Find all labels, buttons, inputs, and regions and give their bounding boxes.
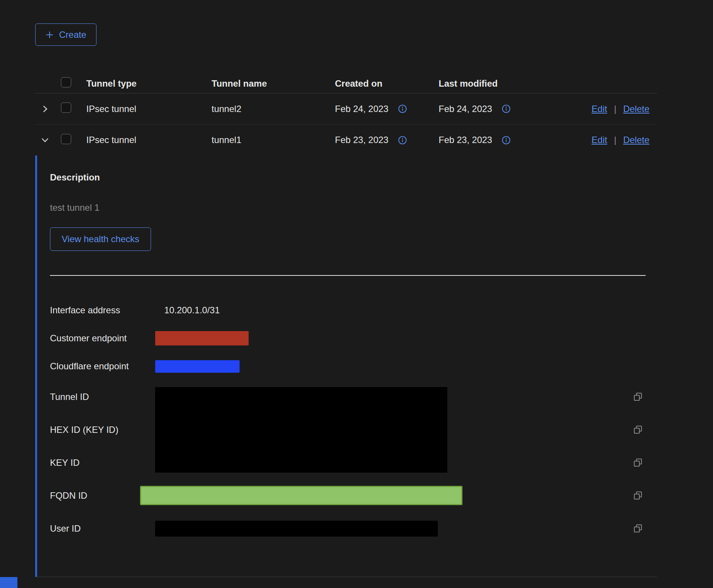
edit-link[interactable]: Edit [592, 135, 607, 145]
tunnel-ids-group: Tunnel ID HEX ID (KEY ID) KEY ID [50, 380, 657, 479]
cloudflare-endpoint-row: Cloudflare endpoint [50, 352, 657, 380]
key-id-label: KEY ID [50, 457, 155, 468]
description-value: test tunnel 1 [50, 202, 657, 213]
copy-icon[interactable] [633, 457, 657, 468]
tunnel-ids-redaction [155, 387, 447, 473]
customer-endpoint-row: Customer endpoint [50, 324, 657, 352]
fqdn-id-redaction [140, 486, 462, 505]
info-circle-icon[interactable] [502, 104, 511, 113]
copy-icon[interactable] [633, 425, 657, 435]
last-modified-value: Feb 23, 2023 [439, 135, 492, 145]
last-modified-value: Feb 24, 2023 [439, 104, 492, 114]
interface-address-value: 10.200.1.0/31 [155, 305, 633, 316]
customer-endpoint-redaction [155, 331, 249, 345]
info-circle-icon[interactable] [398, 104, 407, 113]
copy-icon[interactable] [633, 392, 657, 402]
plus-icon [45, 31, 54, 39]
fqdn-id-label: FQDN ID [50, 490, 155, 501]
interface-address-row: Interface address 10.200.1.0/31 [50, 296, 657, 324]
created-on-value: Feb 23, 2023 [335, 135, 388, 145]
row-checkbox[interactable] [61, 134, 71, 144]
created-on-value: Feb 24, 2023 [335, 104, 388, 114]
user-id-redaction [155, 521, 438, 537]
copy-icon[interactable] [633, 490, 657, 501]
info-circle-icon[interactable] [502, 136, 511, 145]
col-header-created-on: Created on [335, 78, 439, 89]
cloudflare-endpoint-label: Cloudflare endpoint [50, 361, 155, 372]
info-circle-icon[interactable] [398, 136, 407, 145]
view-health-checks-button[interactable]: View health checks [50, 227, 151, 251]
create-button-label: Create [59, 30, 86, 40]
bottom-left-blue-artifact [0, 577, 17, 588]
chevron-down-icon[interactable] [35, 136, 55, 144]
row-checkbox[interactable] [61, 103, 71, 113]
header-checkbox-cell [55, 77, 86, 90]
tunnel-type-value: IPsec tunnel [86, 104, 212, 114]
copy-icon[interactable] [633, 523, 657, 534]
tunnel-name-value: tunnel1 [212, 135, 335, 145]
col-header-tunnel-type: Tunnel type [86, 78, 212, 89]
tunnel-details-panel: Description test tunnel 1 View health ch… [35, 156, 657, 577]
action-separator: | [614, 135, 616, 145]
cloudflare-endpoint-redaction [155, 360, 240, 373]
interface-address-label: Interface address [50, 305, 155, 316]
delete-link[interactable]: Delete [623, 104, 649, 114]
create-button[interactable]: Create [35, 23, 97, 46]
fqdn-id-row: FQDN ID [50, 479, 657, 512]
user-id-label: User ID [50, 523, 155, 534]
delete-link[interactable]: Delete [623, 135, 649, 145]
section-divider [50, 275, 646, 276]
edit-link[interactable]: Edit [592, 104, 607, 114]
table-header-row: Tunnel type Tunnel name Created on Last … [35, 74, 657, 93]
action-separator: | [614, 104, 616, 114]
tunnel-type-value: IPsec tunnel [86, 135, 212, 145]
select-all-checkbox[interactable] [61, 77, 71, 87]
tunnel-id-label: Tunnel ID [50, 392, 155, 402]
user-id-row: User ID [50, 512, 657, 545]
ipsec-tunnels-page: Create Tunnel type Tunnel name Created o… [0, 0, 713, 588]
chevron-right-icon[interactable] [35, 105, 55, 113]
col-header-last-modified: Last modified [439, 78, 573, 89]
table-row-tunnel2: IPsec tunnel tunnel2 Feb 24, 2023 Feb 24… [35, 93, 657, 124]
customer-endpoint-label: Customer endpoint [50, 333, 155, 344]
description-label: Description [50, 172, 657, 183]
col-header-tunnel-name: Tunnel name [212, 78, 335, 89]
tunnel-name-value: tunnel2 [212, 104, 335, 114]
table-row-tunnel1: IPsec tunnel tunnel1 Feb 23, 2023 Feb 23… [35, 124, 657, 156]
hex-id-label: HEX ID (KEY ID) [50, 425, 155, 435]
tunnels-table: Tunnel type Tunnel name Created on Last … [35, 74, 657, 156]
tunnel-detail-fields: Interface address 10.200.1.0/31 Customer… [50, 296, 657, 545]
